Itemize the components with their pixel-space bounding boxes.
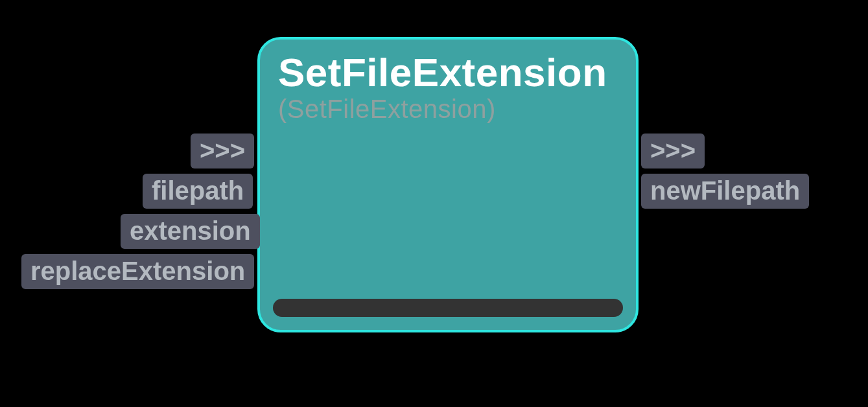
input-port-extension[interactable]: extension bbox=[121, 214, 260, 249]
input-port-filepath[interactable]: filepath bbox=[143, 174, 253, 209]
node-setfileextension[interactable]: SetFileExtension (SetFileExtension) bbox=[257, 37, 639, 332]
input-port-exec[interactable]: >>> bbox=[191, 134, 254, 169]
node-graph-canvas[interactable]: SetFileExtension (SetFileExtension) >>> … bbox=[0, 0, 868, 407]
node-title: SetFileExtension bbox=[278, 51, 618, 93]
input-port-replaceextension[interactable]: replaceExtension bbox=[21, 254, 254, 289]
output-port-newfilepath[interactable]: newFilepath bbox=[641, 174, 809, 209]
output-port-exec[interactable]: >>> bbox=[641, 134, 705, 169]
node-subtitle: (SetFileExtension) bbox=[278, 95, 618, 124]
node-footer-bar bbox=[273, 299, 623, 317]
